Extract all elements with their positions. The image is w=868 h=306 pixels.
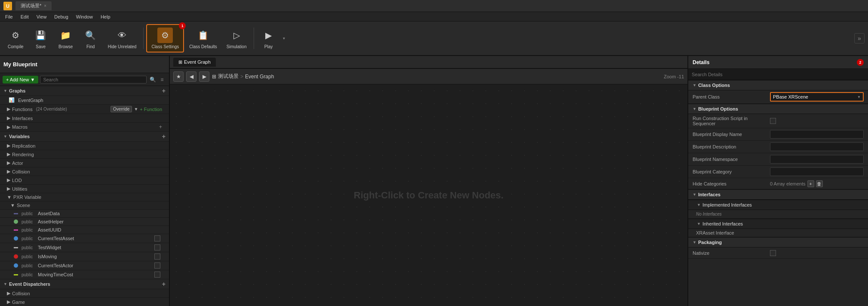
utilities-label: Utilities: [12, 186, 27, 192]
menu-help[interactable]: Help: [97, 13, 114, 20]
pxr-variable-group-header[interactable]: ▼ PXR Variable: [0, 193, 169, 201]
event-dispatchers-section-header[interactable]: ▼ Event Dispatchers +: [0, 279, 169, 289]
var-check-moving-time-cost[interactable]: [154, 272, 160, 278]
blueprint-header: My Blueprint: [0, 56, 169, 73]
class-options-section[interactable]: ▼ Class Options: [688, 80, 868, 90]
var-icon-is-moving: [14, 254, 18, 259]
hide-categories-del-button[interactable]: 🗑: [816, 180, 823, 187]
var-is-moving[interactable]: public IsMoving: [0, 252, 169, 261]
ed-game-header[interactable]: ▶ Game: [0, 298, 169, 306]
event-dispatchers-add-button[interactable]: +: [162, 281, 166, 287]
play-button[interactable]: ▶ Play: [257, 25, 281, 52]
blueprint-category-input[interactable]: [770, 167, 864, 176]
interfaces-section-header[interactable]: ▶ Interfaces: [0, 114, 169, 123]
rendering-group-header[interactable]: ▶ Rendering: [0, 150, 169, 159]
lod-group-header[interactable]: ▶ LOD: [0, 176, 169, 185]
menu-view[interactable]: View: [33, 13, 50, 20]
nativize-checkbox[interactable]: [770, 250, 776, 256]
find-button[interactable]: 🔍 Find: [79, 25, 103, 52]
favorite-button[interactable]: ★: [173, 71, 184, 82]
no-interfaces-text: No Interfaces: [696, 212, 721, 216]
run-construction-script-checkbox[interactable]: [770, 118, 776, 124]
class-options-label: Class Options: [698, 83, 730, 88]
class-defaults-button[interactable]: 📋 Class Defaults: [185, 25, 221, 52]
parent-class-dropdown[interactable]: PBase XRScene ▼: [770, 92, 864, 102]
search-submit-button[interactable]: 🔍: [148, 75, 157, 84]
toolbar-separator-1: [143, 28, 144, 49]
var-moving-time-cost[interactable]: public MovingTimeCost: [0, 270, 169, 279]
graphs-add-button[interactable]: +: [162, 88, 166, 94]
var-current-test-actor[interactable]: public CurrentTestActor: [0, 261, 169, 270]
interfaces-section[interactable]: ▼ Interfaces: [688, 189, 868, 200]
menu-debug[interactable]: Debug: [51, 13, 71, 20]
var-asset-uuid[interactable]: public AssetUUID: [0, 226, 169, 234]
macros-add-button[interactable]: +: [159, 124, 162, 130]
play-dropdown-arrow: ▼: [282, 37, 286, 40]
menu-edit[interactable]: Edit: [17, 13, 32, 20]
var-name-current-test-actor: CurrentTestActor: [38, 263, 74, 268]
functions-section-header[interactable]: ▶ Functions (24 Overridable) Override ▼ …: [0, 105, 169, 114]
functions-override-button[interactable]: Override: [110, 106, 132, 112]
compile-button[interactable]: ⚙ Compile: [3, 25, 28, 52]
utilities-group-header[interactable]: ▶ Utilities: [0, 185, 169, 193]
packaging-section[interactable]: ▼ Packaging: [688, 237, 868, 247]
replication-group-header[interactable]: ▶ Replication: [0, 142, 169, 150]
implemented-interfaces-section[interactable]: ▼ Implemented Interfaces: [688, 200, 868, 210]
functions-add-button[interactable]: + Function: [140, 107, 162, 112]
save-button[interactable]: 💾 Save: [29, 25, 53, 52]
var-current-test-asset[interactable]: public CurrentTestAsset: [0, 234, 169, 243]
simulation-button[interactable]: ▷ Simulation: [222, 25, 251, 52]
macros-section-header[interactable]: ▶ Macros +: [0, 123, 169, 132]
event-graph-item[interactable]: 📊 EventGraph: [0, 96, 169, 105]
blueprint-options-section[interactable]: ▼ Blueprint Options: [688, 104, 868, 114]
parent-class-label: Parent Class: [693, 94, 770, 99]
var-asset-helper[interactable]: public AssetHelper: [0, 218, 169, 226]
var-name-asset-data: AssetData: [38, 211, 60, 216]
hide-unrelated-button[interactable]: 👁 Hide Unrelated: [104, 25, 141, 52]
xrasset-interface-label: XRAsset Interface: [696, 230, 734, 235]
add-new-button[interactable]: + Add New ▼: [3, 76, 38, 83]
blueprint-namespace-input[interactable]: [770, 155, 864, 164]
blueprint-display-name-label: Blueprint Display Name: [693, 132, 770, 137]
var-check-current-test-asset[interactable]: [154, 235, 160, 241]
browse-button[interactable]: 📁 Browse: [54, 25, 78, 52]
collapse-right-button[interactable]: »: [854, 33, 865, 43]
event-graph-tab[interactable]: ⊞ Event Graph: [173, 58, 216, 67]
play-dropdown[interactable]: ▼: [282, 37, 286, 40]
actor-group-header[interactable]: ▶ Actor: [0, 159, 169, 167]
blueprint-display-name-input[interactable]: [770, 130, 864, 139]
ed-collision-label: Collision: [12, 291, 30, 296]
blueprint-display-name-value: [770, 130, 864, 139]
ed-collision-header[interactable]: ▶ Collision: [0, 289, 169, 298]
forward-button[interactable]: ▶: [199, 71, 209, 82]
menu-file[interactable]: File: [2, 13, 16, 20]
variables-add-button[interactable]: +: [162, 133, 166, 139]
collision-group-header[interactable]: ▶ Collision: [0, 167, 169, 176]
graph-canvas[interactable]: Right-Click to Create New Nodes.: [170, 84, 687, 306]
variables-section-header[interactable]: ▼ Variables +: [0, 132, 169, 142]
search-input[interactable]: [40, 76, 147, 83]
details-search-input[interactable]: [692, 72, 865, 77]
var-check-current-test-actor[interactable]: [154, 263, 160, 269]
var-name-asset-helper: AssetHelper: [38, 219, 64, 224]
var-test-widget[interactable]: public TestWidget: [0, 243, 169, 252]
hide-categories-add-button[interactable]: +: [807, 180, 814, 187]
var-check-test-widget[interactable]: [154, 244, 160, 250]
menu-window[interactable]: Window: [73, 13, 96, 20]
main-tab[interactable]: 测试场景* ×: [15, 1, 52, 10]
var-name-asset-uuid: AssetUUID: [38, 227, 61, 232]
xrasset-interface-item: XRAsset Interface: [688, 229, 868, 237]
scene-group-header[interactable]: ▼ Scene: [0, 201, 169, 210]
var-check-is-moving[interactable]: [154, 253, 160, 260]
search-options-button[interactable]: ≡: [158, 75, 166, 84]
var-asset-data[interactable]: public AssetData: [0, 210, 169, 218]
graphs-section-header[interactable]: ▼ Graphs +: [0, 86, 169, 96]
blueprint-description-input[interactable]: [770, 142, 864, 151]
inherited-interfaces-section[interactable]: ▼ Inherited Interfaces: [688, 219, 868, 229]
class-settings-button[interactable]: ⚙ Class Settings: [146, 24, 184, 53]
left-content: ▼ Graphs + 📊 EventGraph ▶ Functions (24 …: [0, 86, 169, 306]
graph-icon: ⊞: [178, 59, 182, 65]
var-name-moving-time-cost: MovingTimeCost: [38, 272, 73, 277]
close-tab-button[interactable]: ×: [44, 3, 46, 8]
back-button[interactable]: ◀: [186, 71, 196, 82]
